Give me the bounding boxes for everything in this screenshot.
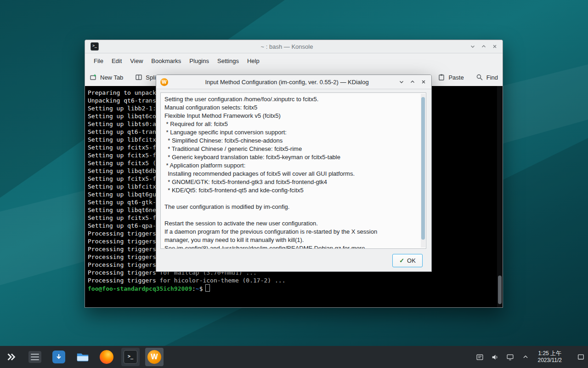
dialog-text-line: * Simplified Chinese: fcitx5-chinese-add…: [164, 137, 416, 145]
clock-date: 2023/11/2: [538, 357, 562, 364]
dialog-text-line: Flexible Input Method Framework v5 (fcit…: [164, 112, 416, 120]
discover-icon: [52, 351, 65, 363]
dialog-text-line: manager, you may need to kill it manuall…: [164, 236, 416, 244]
dialog-text-line: * Generic keyboard translation table: fc…: [164, 153, 416, 161]
terminal-line: Processing triggers for hicolor-icon-the…: [88, 276, 495, 284]
new-tab-icon: [90, 74, 97, 81]
dialog-scrollbar-handle[interactable]: [421, 97, 425, 240]
taskbar: >_ W: [0, 346, 588, 368]
dialog-text-area[interactable]: Setting the user configuration /home/foo…: [160, 92, 426, 249]
pager-icon: [28, 351, 41, 363]
dialog-text-line: Setting the user configuration /home/foo…: [164, 95, 416, 104]
terminal-scrollbar-handle[interactable]: [498, 276, 502, 304]
terminal-prompt: foo@foo-standardpcq35ich92009:~$: [85, 284, 503, 292]
ok-button[interactable]: ✓ OK: [392, 254, 423, 267]
dialog-close-button[interactable]: [420, 79, 427, 86]
discover-button[interactable]: [50, 348, 68, 366]
kdialog-titlebar[interactable]: W Input Method Configuration (im-config,…: [156, 75, 431, 89]
konsole-menubar: FileEditViewBookmarksPluginsSettingsHelp: [85, 53, 503, 68]
menu-item[interactable]: File: [90, 58, 107, 64]
prompt-user-host: foo@foo-standardpcq35ich92009: [88, 285, 192, 292]
clock-time: 1:25 上午: [538, 350, 562, 357]
dialog-text-line: * Traditional Chinese / generic Chinese:…: [164, 145, 416, 153]
dialog-minimize-button[interactable]: [398, 79, 405, 86]
im-config-task-icon: W: [147, 350, 161, 364]
display-icon[interactable]: [506, 352, 515, 362]
ok-label: OK: [407, 257, 416, 264]
dialog-text-line: * GNOME/GTK: fcitx5-frontend-gtk3 and fc…: [164, 178, 416, 186]
desktop: >_ ~ : bash — Konsole FileEditViewBookma…: [0, 0, 588, 368]
menu-item[interactable]: Help: [243, 58, 264, 64]
firefox-icon: [100, 350, 113, 364]
app-launcher-button[interactable]: [2, 348, 20, 366]
dialog-text-line: * Application platform support:: [164, 161, 416, 170]
close-button[interactable]: [491, 43, 498, 50]
prompt-symbol: $: [199, 285, 203, 292]
paste-icon: [438, 74, 445, 81]
dialog-text-line: The user configuration is modified by im…: [164, 203, 416, 211]
dialog-text-line: Manual configuration selects: fcitx5: [164, 104, 416, 112]
dialog-text-line: [164, 195, 416, 203]
kdialog-window-title: Input Method Configuration (im-config, v…: [184, 79, 390, 86]
menu-item[interactable]: View: [126, 58, 147, 64]
dialog-scrollbar[interactable]: [421, 94, 425, 247]
dialog-text-line: * Language specific input conversion sup…: [164, 128, 416, 137]
find-button[interactable]: Find: [476, 74, 498, 81]
paste-label: Paste: [448, 74, 464, 81]
konsole-task-icon: >_: [124, 350, 137, 364]
menu-item[interactable]: Edit: [107, 58, 126, 64]
dialog-text-line: * KDE/Qt5: fcitx5-frontend-qt5 and kde-c…: [164, 186, 416, 195]
file-manager-icon: [76, 350, 90, 364]
konsole-task-button[interactable]: >_: [121, 348, 140, 366]
dialog-maximize-button[interactable]: [409, 79, 416, 86]
dialog-text-line: Restart the session to activate the new …: [164, 219, 416, 228]
im-config-task-button[interactable]: W: [145, 348, 164, 366]
dialog-text-line: If a daemon program for the previous con…: [164, 228, 416, 236]
dialog-text-line: See im-config(8) and /usr/share/doc/im-c…: [164, 244, 416, 249]
paste-button[interactable]: Paste: [438, 74, 464, 81]
kdialog-window: W Input Method Configuration (im-config,…: [156, 75, 432, 272]
pager-button[interactable]: [26, 348, 44, 366]
im-config-icon: W: [160, 78, 168, 86]
notifications-icon[interactable]: [475, 352, 485, 362]
dialog-text-line: * Required for all: fcitx5: [164, 120, 416, 128]
menu-item[interactable]: Settings: [213, 58, 243, 64]
file-manager-button[interactable]: [74, 348, 92, 366]
terminal-scrollbar[interactable]: [497, 86, 503, 307]
konsole-window-title: ~ : bash — Konsole: [113, 43, 461, 50]
split-view-icon: [135, 74, 142, 81]
maximize-button[interactable]: [480, 43, 487, 50]
volume-icon[interactable]: [491, 352, 500, 362]
konsole-titlebar[interactable]: >_ ~ : bash — Konsole: [85, 40, 503, 53]
app-launcher-icon: [5, 351, 17, 363]
prompt-path: ~: [196, 285, 199, 292]
menu-item[interactable]: Plugins: [185, 58, 213, 64]
prompt-separator: :: [192, 285, 196, 292]
ok-check-icon: ✓: [399, 257, 404, 264]
firefox-button[interactable]: [97, 348, 116, 366]
dialog-text-line: Installing recommended packages of fcitx…: [164, 170, 416, 178]
minimize-button[interactable]: [469, 43, 476, 50]
dialog-text-line: [164, 211, 416, 219]
new-tab-label: New Tab: [100, 74, 123, 81]
find-label: Find: [486, 74, 498, 81]
terminal-cursor: [205, 284, 210, 292]
konsole-app-icon: >_: [90, 42, 99, 51]
expand-tray-icon[interactable]: [521, 352, 530, 362]
menu-item[interactable]: Bookmarks: [147, 58, 185, 64]
find-icon: [476, 74, 483, 81]
clock[interactable]: 1:25 上午 2023/11/2: [536, 350, 564, 364]
show-desktop-button[interactable]: [576, 352, 585, 362]
new-tab-button[interactable]: New Tab: [90, 74, 123, 81]
